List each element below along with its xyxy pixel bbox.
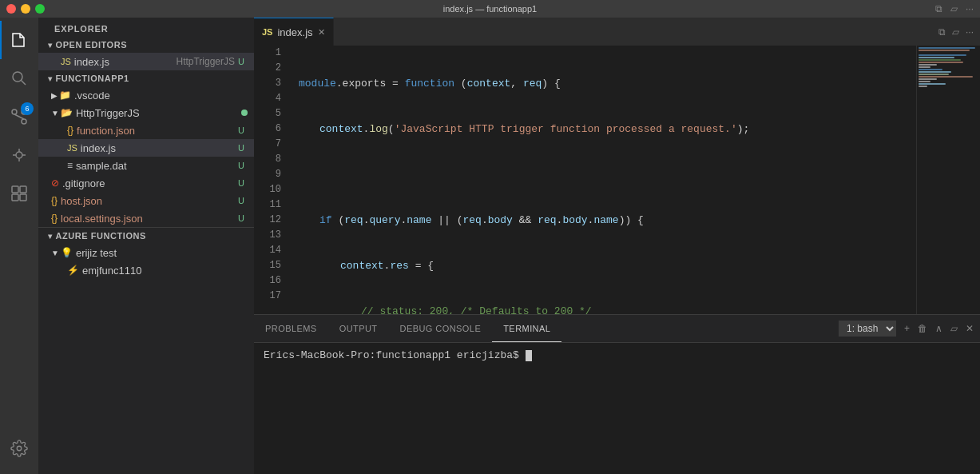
close-button[interactable] — [6, 4, 16, 14]
svg-line-5 — [14, 114, 24, 119]
svg-rect-14 — [20, 194, 26, 201]
editor-content: 1 2 3 4 5 6 7 8 9 10 11 12 13 14 15 16 1 — [254, 46, 980, 314]
azure-functions-arrow: ▾ — [48, 232, 53, 241]
minimize-button[interactable] — [21, 4, 30, 14]
azure-functions-section: ▾ AZURE FUNCTIONS ▼ 💡 erijiz test ⚡ emjf… — [38, 227, 254, 279]
terminal-cursor — [526, 350, 532, 361]
dat-icon: ≡ — [67, 160, 73, 171]
azure-functions-header[interactable]: ▾ AZURE FUNCTIONS — [38, 228, 254, 244]
activity-extensions[interactable] — [0, 174, 38, 213]
sample-dat-label: sample.dat — [76, 160, 235, 172]
chevron-up-icon[interactable]: ∧ — [935, 323, 942, 334]
host-json-icon: {} — [51, 195, 58, 206]
maximize-button[interactable] — [35, 4, 45, 14]
add-terminal-icon[interactable]: + — [904, 323, 910, 334]
sidebar-scroll[interactable]: ▾ OPEN EDITORS JS index.js HttpTriggerJS… — [38, 37, 254, 474]
panel: PROBLEMS OUTPUT DEBUG CONSOLE TERMINAL 1… — [254, 314, 980, 474]
sidebar: Explorer ▾ OPEN EDITORS JS index.js Http… — [38, 18, 254, 474]
function-json-badge: U — [235, 125, 248, 135]
code-line-5: context.res = { — [299, 258, 916, 273]
local-settings-item[interactable]: {} local.settings.json U — [38, 209, 254, 227]
split-terminal-icon[interactable]: ▱ — [950, 323, 958, 334]
toggle-panel-icon[interactable]: ▱ — [950, 3, 958, 14]
svg-rect-13 — [12, 194, 18, 201]
folder-icon: 📁 — [59, 90, 71, 101]
httptriggerjs-label: HttpTriggerJS — [76, 107, 241, 119]
tab-output[interactable]: OUTPUT — [328, 315, 389, 342]
activity-bar-bottom — [0, 429, 38, 468]
title-bar: index.js — functionapp1 ⧉ ▱ ··· — [0, 0, 980, 18]
tab-bar-actions: ⧉ ▱ ··· — [932, 18, 980, 46]
code-editor[interactable]: module.exports = function (context, req)… — [291, 46, 916, 314]
minimap-content — [917, 46, 980, 90]
azure-functions-label: AZURE FUNCTIONS — [56, 231, 146, 241]
code-line-2: context.log('JavaScript HTTP trigger fun… — [299, 121, 916, 137]
open-editor-filename: index.js — [74, 56, 173, 68]
main-layout: 6 — [0, 18, 980, 474]
emjfunc1110-item[interactable]: ⚡ emjfunc1110 — [38, 261, 254, 279]
close-panel-icon[interactable]: ✕ — [966, 323, 974, 334]
split-right-icon[interactable]: ⧉ — [938, 26, 946, 38]
svg-point-15 — [17, 446, 22, 451]
more-tab-actions-icon[interactable]: ··· — [966, 26, 974, 38]
open-editors-section: ▾ OPEN EDITORS JS index.js HttpTriggerJS… — [38, 37, 254, 70]
functionapp1-arrow: ▾ — [48, 74, 53, 83]
activity-bar: 6 — [0, 18, 38, 474]
code-line-1: module.exports = function (context, req)… — [299, 76, 916, 91]
terminal-selector[interactable]: 1: bash — [839, 321, 896, 337]
panel-tab-actions: 1: bash + 🗑 ∧ ▱ ✕ — [832, 315, 980, 342]
activity-debug[interactable] — [0, 136, 38, 174]
js-file-icon: JS — [61, 57, 71, 66]
activity-settings[interactable] — [0, 429, 38, 468]
emjfunc1110-label: emjfunc1110 — [82, 265, 248, 277]
folder-open-arrow: ▼ — [51, 109, 59, 118]
debug-icon — [10, 145, 29, 165]
open-editors-header[interactable]: ▾ OPEN EDITORS — [38, 37, 254, 53]
function-json-label: function.json — [77, 125, 235, 137]
open-editor-index-js[interactable]: JS index.js HttpTriggerJS U — [38, 53, 254, 70]
tab-debug-console[interactable]: DEBUG CONSOLE — [389, 315, 493, 342]
activity-explorer[interactable] — [0, 21, 38, 59]
local-settings-badge: U — [235, 213, 248, 223]
svg-line-1 — [22, 81, 26, 86]
svg-point-3 — [22, 119, 26, 124]
tab-terminal[interactable]: TERMINAL — [492, 315, 561, 342]
index-js-badge: U — [235, 143, 248, 153]
function-json-item[interactable]: {} function.json U — [38, 121, 254, 139]
host-json-label: host.json — [61, 195, 235, 207]
activity-source-control[interactable]: 6 — [0, 98, 38, 136]
split-editor-icon[interactable]: ⧉ — [935, 3, 942, 14]
source-control-badge: 6 — [21, 102, 34, 115]
tab-close-button[interactable]: ✕ — [318, 27, 325, 38]
local-settings-label: local.settings.json — [61, 213, 235, 225]
window-controls — [6, 4, 45, 14]
httptriggerjs-folder[interactable]: ▼ 📂 HttpTriggerJS — [38, 104, 254, 121]
activity-search[interactable] — [0, 59, 38, 98]
tab-problems[interactable]: PROBLEMS — [254, 315, 328, 342]
index-js-tab[interactable]: JS index.js ✕ — [254, 18, 334, 46]
delete-terminal-icon[interactable]: 🗑 — [918, 323, 927, 334]
gitignore-item[interactable]: ⊘ .gitignore U — [38, 174, 254, 192]
sample-dat-badge: U — [235, 161, 248, 170]
svg-point-6 — [16, 152, 22, 158]
git-icon: ⊘ — [51, 177, 59, 189]
vscode-folder-label: .vscode — [74, 90, 248, 102]
more-actions-icon[interactable]: ··· — [966, 3, 974, 14]
local-settings-icon: {} — [51, 213, 58, 224]
code-line-3 — [299, 167, 916, 182]
extensions-icon — [10, 184, 29, 203]
functionapp1-header[interactable]: ▾ FUNCTIONAPP1 — [38, 70, 254, 86]
terminal-content[interactable]: Erics-MacBook-Pro:functionapp1 ericjizba… — [254, 343, 980, 474]
vscode-folder[interactable]: ▶ 📁 .vscode — [38, 86, 254, 104]
host-json-badge: U — [235, 196, 248, 205]
sample-dat-item[interactable]: ≡ sample.dat U — [38, 157, 254, 174]
erijiz-test-item[interactable]: ▼ 💡 erijiz test — [38, 244, 254, 261]
editor-area: JS index.js ✕ ⧉ ▱ ··· 1 2 3 4 5 6 — [254, 18, 980, 474]
tab-icon: JS — [262, 27, 272, 37]
svg-rect-12 — [20, 186, 26, 193]
index-js-item[interactable]: JS index.js U — [38, 139, 254, 157]
toggle-sidebar-icon[interactable]: ▱ — [952, 26, 959, 38]
svg-point-0 — [13, 72, 22, 82]
host-json-item[interactable]: {} host.json U — [38, 192, 254, 209]
function-icon: ⚡ — [67, 265, 79, 276]
